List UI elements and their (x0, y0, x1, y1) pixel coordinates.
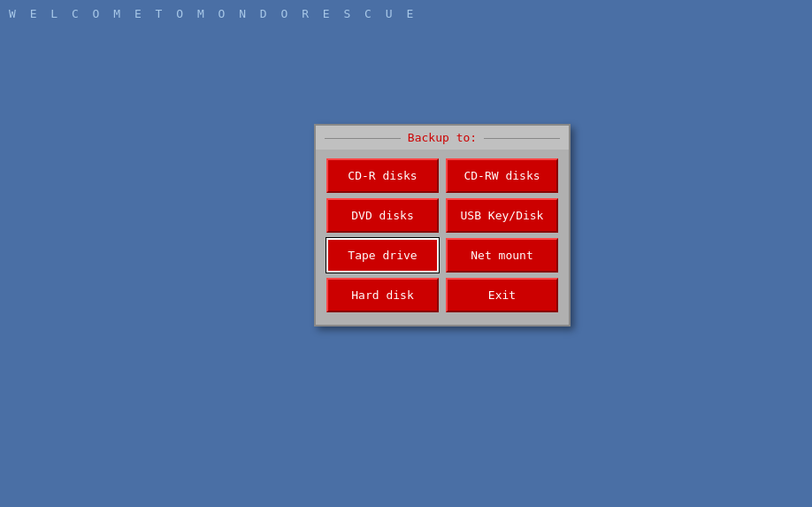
cdr-button[interactable]: CD-R disks (326, 158, 439, 193)
net-button[interactable]: Net mount (446, 238, 558, 273)
dialog-body: CD-R disks CD-RW disks DVD disks USB Key… (316, 150, 569, 325)
dialog-title: Backup to: (401, 131, 484, 144)
usb-button[interactable]: USB Key/Disk (446, 198, 558, 233)
backup-dialog: Backup to: CD-R disks CD-RW disks DVD di… (314, 124, 571, 326)
cdrw-button[interactable]: CD-RW disks (446, 158, 558, 193)
tape-button[interactable]: Tape drive (326, 238, 439, 273)
welcome-text: W E L C O M E T O M O N D O R E S C U E (9, 7, 417, 20)
dialog-title-bar: Backup to: (316, 126, 569, 150)
button-row-2: DVD disks USB Key/Disk (326, 198, 558, 233)
button-row-1: CD-R disks CD-RW disks (326, 158, 558, 193)
button-row-4: Hard disk Exit (326, 278, 558, 312)
dvd-button[interactable]: DVD disks (326, 198, 439, 233)
exit-button[interactable]: Exit (446, 278, 558, 312)
button-row-3: Tape drive Net mount (326, 238, 558, 273)
hard-button[interactable]: Hard disk (326, 278, 439, 312)
